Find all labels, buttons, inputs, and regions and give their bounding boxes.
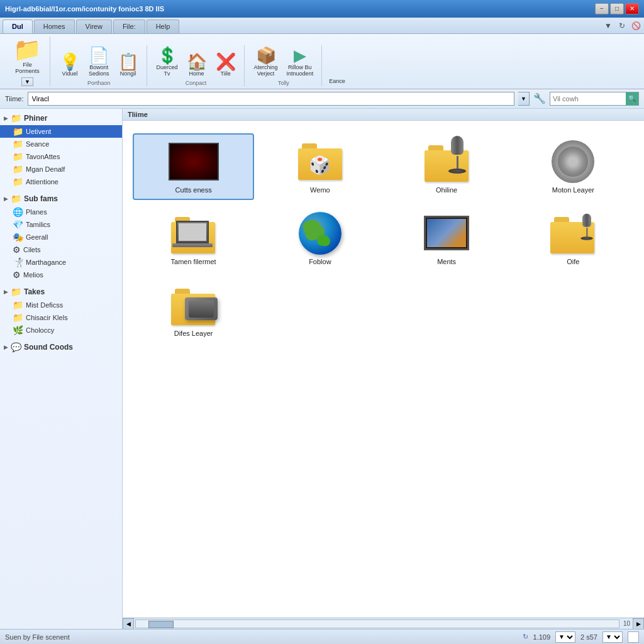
grid-item-ments[interactable]: Ments (386, 205, 508, 272)
nongil-icon: 📋 (118, 53, 138, 70)
mgan-folder-icon: 📁 (13, 164, 23, 174)
address-input-container (28, 92, 514, 106)
duerced-tv-button[interactable]: 💲 DuercedTv (153, 45, 181, 79)
app-window: Higrl-adb6bial/l1or.com/icontunity fonio… (0, 0, 644, 644)
tab-virew[interactable]: Virew (76, 19, 112, 33)
search-box: 🔍 (550, 92, 639, 106)
address-dropdown-button[interactable]: ▼ (518, 92, 530, 106)
sidebar-item-cilets[interactable]: ⚙ Cilets (0, 243, 122, 256)
cutts-label: Cutts eness (175, 186, 212, 194)
content-grid: Cutts eness 🎲 Wemo (128, 126, 639, 351)
tab-refresh-button[interactable]: ↻ (616, 20, 628, 31)
title-button[interactable]: ❌ Tiile (213, 52, 239, 79)
address-text-input[interactable] (32, 95, 510, 103)
sidebar-item-mist-deficss[interactable]: 📁 Mist Deficss (0, 299, 122, 311)
ribbon-group-1: 📁 FilePorments ▼ (5, 36, 50, 86)
group4-label: Tolly (278, 80, 289, 86)
home-button[interactable]: 🏠 Home (184, 52, 210, 79)
grid-item-difes-leayer[interactable]: Difes Leayer (133, 277, 254, 343)
main-area: ▶ 📁 Phiner 📁 Uetivent 📁 Seance 📁 TavonAt… (0, 109, 644, 629)
moton-inner (558, 147, 588, 177)
nongil-button[interactable]: 📋 Nongil (115, 52, 142, 79)
sidebar-item-marthagance[interactable]: 🤺 Marthagance (0, 256, 122, 269)
mist-folder-icon: 📁 (13, 300, 23, 310)
ribbon-btns-3: 💲 DuercedTv 🏠 Home ❌ Tiile (153, 45, 239, 79)
h-scroll-left-button[interactable]: ◀ (123, 618, 134, 630)
aterching-button[interactable]: 📦 AterchingVerject (251, 45, 281, 79)
sidebar-section-header-sound-coods[interactable]: ▶ 💬 Sound Coods (0, 340, 122, 354)
difes-icon (171, 284, 216, 325)
foblow-visual (295, 211, 345, 255)
grid-item-moton-leayer[interactable]: Moton Leayer (513, 133, 634, 200)
close-button[interactable]: ✕ (625, 3, 639, 14)
bowont-sedions-button[interactable]: 📄 BowontSedions (86, 45, 113, 79)
ribbon-dropdown-button[interactable]: ▼ (21, 77, 33, 86)
subfams-arrow-icon: ▶ (4, 196, 8, 202)
grid-item-cutts-eness[interactable]: Cutts eness (133, 133, 254, 200)
grid-item-oife[interactable]: Oife (513, 205, 634, 272)
grid-item-wemo[interactable]: 🎲 Wemo (259, 133, 380, 200)
tab-stop-button[interactable]: 🚫 (630, 20, 641, 31)
status-dropdown[interactable]: ▼ (555, 631, 575, 643)
laptop-screen-inner (179, 223, 206, 241)
grid-item-tamen[interactable]: Tamen filermet (133, 205, 254, 272)
chisacir-folder-icon: 📁 (13, 313, 23, 323)
file-porments-button[interactable]: 📁 FilePorments (10, 36, 45, 76)
tab-dropdown-button[interactable]: ▼ (602, 20, 614, 31)
h-scroll-right-button[interactable]: ▶ (633, 618, 644, 630)
sidebar-section-phiner: ▶ 📁 Phiner 📁 Uetivent 📁 Seance 📁 TavonAt… (0, 111, 122, 188)
status-dropdown2[interactable]: ▼ (602, 631, 623, 643)
sidebar-item-planes[interactable]: 🌐 Planes (0, 206, 122, 218)
sidebar-item-mgan-denalf[interactable]: 📁 Mgan Denalf (0, 163, 122, 175)
search-go-button[interactable]: 🔍 (626, 92, 638, 105)
sidebar-item-chisacir-klels[interactable]: 📁 Chisacir Klels (0, 311, 122, 324)
minimize-button[interactable]: − (595, 3, 609, 14)
moton-visual (548, 140, 598, 184)
foblow-globe-icon (299, 212, 341, 255)
sidebar-section-header-phiner[interactable]: ▶ 📁 Phiner (0, 111, 122, 125)
h-scroll-thumb (148, 621, 174, 628)
tab-homes[interactable]: Homes (34, 19, 75, 33)
sidebar-item-tavorattes[interactable]: 📁 TavonAttes (0, 150, 122, 163)
maximize-button[interactable]: □ (610, 3, 624, 14)
viduel-button[interactable]: 💡 Viduel (57, 52, 83, 79)
tab-dul[interactable]: Dul (3, 19, 33, 33)
search-input[interactable] (550, 95, 626, 103)
sidebar-item-attientione[interactable]: 📁 Attientione (0, 175, 122, 188)
sidebar-item-melios[interactable]: ⚙ Melios (0, 269, 122, 281)
tab-file[interactable]: File: (113, 19, 145, 33)
globe-continent-2 (317, 235, 331, 247)
ribbon-group-2: 💡 Viduel 📄 BowontSedions 📋 Nongil Portha… (52, 45, 147, 86)
rillow-button[interactable]: ▶ Rillow BuIntnuodent (284, 45, 317, 79)
sound-coods-label: Sound Coods (24, 343, 73, 352)
sidebar-item-geerall[interactable]: 🎭 Geerall (0, 231, 122, 243)
sidebar-item-tamilics[interactable]: 💎 Tamilics (0, 218, 122, 231)
ribbon-row: 📁 FilePorments ▼ 💡 Viduel 📄 (5, 36, 639, 89)
sidebar-item-choloccy[interactable]: 🌿 Choloccy (0, 324, 122, 336)
sidebar-item-uetivent[interactable]: 📁 Uetivent (0, 125, 122, 138)
wemo-folder-icon: 🎲 (298, 143, 342, 180)
disk-inner (189, 301, 214, 318)
grid-item-foblow[interactable]: Foblow (259, 205, 380, 272)
status-refresh-icon[interactable]: ↻ (523, 633, 528, 641)
oife-label: Oife (567, 258, 579, 265)
seance-folder-icon: 📁 (13, 139, 23, 149)
mic-head (451, 136, 464, 155)
cutts-video-thumb (169, 143, 219, 180)
sidebar-item-seance[interactable]: 📁 Seance (0, 138, 122, 150)
takes-label: Takes (24, 287, 45, 296)
grid-item-ohiline[interactable]: Ohiline (386, 133, 508, 200)
phiner-arrow-icon: ▶ (4, 115, 8, 121)
sidebar-section-header-sub-fams[interactable]: ▶ 📁 Sub fams (0, 192, 122, 206)
duerced-label: DuercedTv (157, 64, 178, 77)
h-scroll-track[interactable] (135, 619, 619, 628)
ohiline-mic (448, 136, 466, 177)
uetivent-label: Uetivent (26, 128, 51, 135)
content-header: Tliime (123, 109, 644, 121)
ribbon-group-3: 💲 DuercedTv 🏠 Home ❌ Tiile Conpact (148, 45, 245, 86)
sidebar-section-header-takes[interactable]: ▶ 📁 Takes (0, 285, 122, 299)
window-title: Higrl-adb6bial/l1or.com/icontunity fonio… (5, 5, 595, 13)
status-box[interactable] (628, 631, 639, 643)
eance-button[interactable]: Eance (326, 75, 348, 86)
tab-help[interactable]: Help (147, 19, 180, 33)
